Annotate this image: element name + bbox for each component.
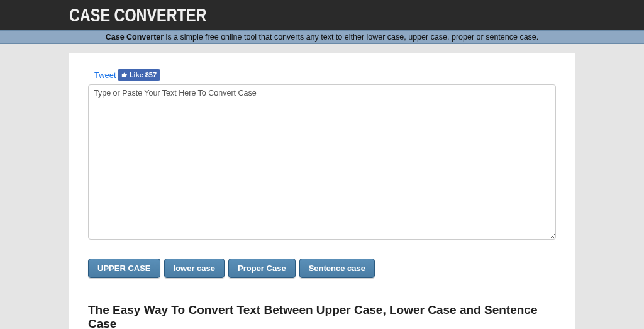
button-row: UPPER CASE lower case Proper Case Senten… xyxy=(88,259,556,278)
lower-case-button[interactable]: lower case xyxy=(164,259,225,278)
sentence-case-button[interactable]: Sentence case xyxy=(299,259,375,278)
fb-like-count: 857 xyxy=(145,71,157,79)
thumbs-up-icon xyxy=(121,72,128,78)
main-card: Tweet Like 857 UPPER CASE lower case Pro… xyxy=(69,53,575,329)
tagline-rest: is a simple free online tool that conver… xyxy=(164,33,538,42)
upper-case-button[interactable]: UPPER CASE xyxy=(88,259,160,278)
tagline-text: Case Converter is a simple free online t… xyxy=(106,33,539,42)
proper-case-button[interactable]: Proper Case xyxy=(228,259,296,278)
tagline-bold: Case Converter xyxy=(106,33,164,42)
article-heading: The Easy Way To Convert Text Between Upp… xyxy=(88,303,556,329)
text-input[interactable] xyxy=(88,84,556,240)
fb-like-button[interactable]: Like 857 xyxy=(118,69,160,81)
site-title: CASE CONVERTER xyxy=(69,4,206,26)
social-row: Tweet Like 857 xyxy=(88,69,556,81)
tweet-button[interactable]: Tweet xyxy=(94,70,116,80)
header-dark: CASE CONVERTER xyxy=(0,0,644,30)
tagline-bar: Case Converter is a simple free online t… xyxy=(0,30,644,44)
fb-like-label: Like xyxy=(130,71,143,79)
content-wrap: Tweet Like 857 UPPER CASE lower case Pro… xyxy=(0,44,644,329)
